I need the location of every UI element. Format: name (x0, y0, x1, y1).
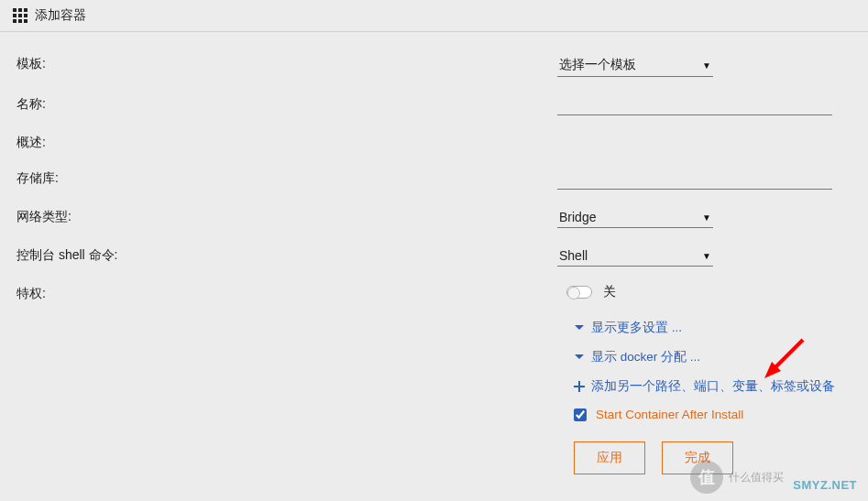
shell-label: 控制台 shell 命令: (16, 245, 557, 264)
svg-rect-5 (24, 14, 27, 17)
name-label: 名称: (16, 94, 557, 113)
chevron-down-icon (574, 352, 585, 363)
show-docker-alloc-text: 显示 docker 分配 ... (591, 349, 700, 365)
show-more-settings-text: 显示更多设置 ... (591, 320, 682, 336)
show-more-settings-link[interactable]: 显示更多设置 ... (574, 320, 852, 336)
chevron-down-icon: ▼ (702, 251, 711, 261)
shell-select[interactable]: Shell ▼ (557, 245, 713, 267)
watermark-logo-char: 值 (690, 461, 723, 494)
add-container-form: 模板: 选择一个模板 ▼ 名称: 概述: 存储库: 网络类型: Bridge ▼ (0, 32, 868, 474)
page-header: 添加容器 (0, 0, 868, 32)
template-selected: 选择一个模板 (559, 57, 636, 73)
overview-label: 概述: (16, 133, 557, 151)
nettype-label: 网络类型: (16, 207, 557, 225)
svg-rect-2 (24, 8, 27, 12)
apps-grid-icon (13, 8, 27, 23)
svg-rect-8 (24, 19, 27, 23)
repo-label: 存储库: (16, 169, 557, 187)
name-input[interactable] (557, 94, 832, 115)
start-after-install-label: Start Container After Install (596, 408, 743, 421)
chevron-down-icon: ▼ (702, 212, 711, 223)
svg-rect-4 (18, 14, 22, 17)
nettype-select[interactable]: Bridge ▼ (557, 207, 713, 228)
add-config-text: 添加另一个路径、端口、变量、标签或设备 (591, 378, 835, 395)
watermark-logo-text: 什么值得买 (729, 470, 784, 485)
apply-button[interactable]: 应用 (574, 441, 645, 474)
priv-state: 关 (603, 284, 616, 299)
priv-toggle[interactable] (566, 286, 592, 299)
chevron-down-icon (574, 322, 585, 333)
template-select[interactable]: 选择一个模板 ▼ (557, 54, 713, 77)
priv-label: 特权: (16, 284, 557, 302)
add-config-link[interactable]: 添加另一个路径、端口、变量、标签或设备 (574, 378, 852, 395)
chevron-down-icon: ▼ (702, 60, 711, 71)
svg-rect-1 (18, 8, 22, 12)
page-title: 添加容器 (35, 7, 86, 24)
svg-rect-7 (18, 19, 22, 23)
svg-rect-6 (13, 19, 16, 23)
shell-selected: Shell (559, 248, 588, 263)
watermark-site: SMYZ.NET (793, 478, 857, 492)
repo-input[interactable] (557, 169, 832, 190)
nettype-selected: Bridge (559, 210, 596, 224)
svg-rect-3 (13, 14, 16, 17)
start-after-install-checkbox[interactable] (574, 408, 587, 421)
template-label: 模板: (16, 54, 557, 72)
watermark-logo: 值 什么值得买 (690, 461, 784, 494)
show-docker-alloc-link[interactable]: 显示 docker 分配 ... (574, 349, 852, 365)
plus-icon (574, 381, 585, 392)
svg-rect-0 (13, 8, 16, 12)
